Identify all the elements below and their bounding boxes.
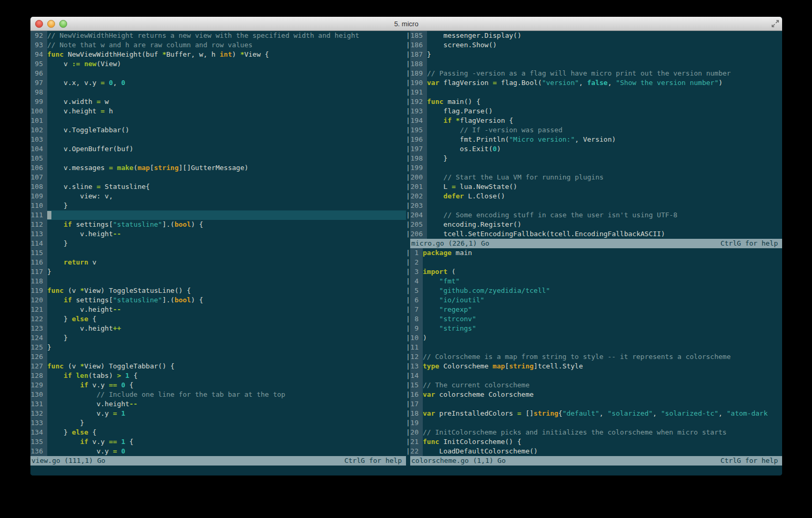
code-line[interactable]: |21func InitColorscheme() { (406, 437, 782, 447)
code-line[interactable]: |22 LoadDefaultColorscheme() (406, 447, 782, 456)
code-line[interactable]: 110 } (30, 201, 406, 210)
line-number: 107 (30, 173, 47, 182)
code-line[interactable]: |192func main() { (406, 97, 782, 107)
code-line[interactable]: 124 } (30, 333, 406, 343)
code-line[interactable]: |4 "fmt" (406, 277, 782, 286)
zoom-button[interactable] (59, 20, 67, 28)
code-line[interactable]: 108 v.sline = Statusline{ (30, 182, 406, 192)
code-line[interactable]: |190var flagVersion = flag.Bool("version… (406, 78, 782, 88)
code-line[interactable]: |13type Colorscheme map[string]tcell.Sty… (406, 362, 782, 371)
code-line[interactable]: 123 v.height++ (30, 324, 406, 333)
code-line[interactable]: |11 (406, 343, 782, 352)
code-line[interactable]: |203 (406, 201, 782, 210)
code-line[interactable]: |6 "io/ioutil" (406, 295, 782, 305)
code-line[interactable]: |3import ( (406, 267, 782, 277)
code-line[interactable]: |205 encoding.Register() (406, 220, 782, 229)
code-line[interactable]: 115 (30, 248, 406, 258)
code-line[interactable]: |188 (406, 59, 782, 69)
code-line[interactable]: |14 (406, 371, 782, 380)
code-line[interactable]: 100 v.height = h (30, 107, 406, 116)
code-line[interactable]: |7 "regexp" (406, 305, 782, 314)
code-line[interactable]: |16var colorscheme Colorscheme (406, 390, 782, 399)
code-line[interactable]: |201 L = lua.NewState() (406, 182, 782, 192)
code-line[interactable]: |1package main (406, 248, 782, 258)
code-line[interactable]: 135 if v.y == 1 { (30, 437, 406, 447)
code-line[interactable]: |8 "strconv" (406, 314, 782, 324)
code-line[interactable]: 128 if len(tabs) > 1 { (30, 371, 406, 380)
code-line[interactable]: |198 } (406, 154, 782, 163)
code-line[interactable]: 129 if v.y == 0 { (30, 380, 406, 390)
code-line[interactable]: 92// NewViewWidthHeight returns a new vi… (30, 31, 406, 40)
code-line[interactable]: |199 (406, 163, 782, 173)
code-line[interactable]: 93// Note that w and h are raw column an… (30, 40, 406, 50)
code-line[interactable]: |185 messenger.Display() (406, 31, 782, 40)
pane-micro-go[interactable]: |185 messenger.Display()|186 screen.Show… (406, 31, 782, 239)
code-line[interactable]: |20// InitColorscheme picks and initiali… (406, 428, 782, 437)
code-line[interactable]: |9 "strings" (406, 324, 782, 333)
code-line[interactable]: 127func (v *View) ToggleTabbar() { (30, 362, 406, 371)
code-line[interactable]: 103 (30, 135, 406, 144)
code-line[interactable]: 125} (30, 343, 406, 352)
resize-icon[interactable] (771, 19, 779, 28)
code-line[interactable]: |18var preInstalledColors = []string{"de… (406, 409, 782, 418)
code-line[interactable]: 134 } else { (30, 428, 406, 437)
code-line[interactable]: 97 v.x, v.y = 0, 0 (30, 78, 406, 88)
code-line[interactable]: |197 os.Exit(0) (406, 144, 782, 154)
close-button[interactable] (35, 20, 43, 28)
code-line[interactable]: 119func (v *View) ToggleStatusLine() { (30, 286, 406, 295)
minimize-button[interactable] (47, 20, 55, 28)
code-line[interactable]: |202 defer L.Close() (406, 192, 782, 201)
code-line[interactable]: |186 screen.Show() (406, 40, 782, 50)
code-line[interactable]: 94func NewViewWidthHeight(buf *Buffer, w… (30, 50, 406, 59)
code-line[interactable]: |19 (406, 418, 782, 428)
code-line[interactable]: 104 v.OpenBuffer(buf) (30, 144, 406, 154)
code-line[interactable]: |15// The current colorscheme (406, 380, 782, 390)
code-line[interactable]: |187} (406, 50, 782, 59)
code-line[interactable]: 105 (30, 154, 406, 163)
code-line[interactable]: |200 // Start the Lua VM for running plu… (406, 173, 782, 182)
code-line[interactable]: 109 view: v, (30, 192, 406, 201)
line-number: 2 (410, 258, 423, 267)
code-line[interactable]: 133 } (30, 418, 406, 428)
code-line[interactable]: |12// Colorscheme is a map from string t… (406, 352, 782, 362)
code-line[interactable]: |2 (406, 258, 782, 267)
code-line[interactable]: 121 v.height-- (30, 305, 406, 314)
code-line[interactable]: 101 (30, 116, 406, 125)
code-line[interactable]: 116 return v (30, 258, 406, 267)
code-line[interactable]: |5 "github.com/zyedidia/tcell" (406, 286, 782, 295)
code-line[interactable]: 106 v.messages = make(map[string][]Gutte… (30, 163, 406, 173)
code-line[interactable]: |189// Passing -version as a flag will h… (406, 69, 782, 78)
command-message-bar[interactable] (30, 466, 782, 475)
pane-view-go[interactable]: 92// NewViewWidthHeight returns a new vi… (30, 31, 406, 456)
code-line[interactable]: 98 (30, 88, 406, 97)
code-line[interactable]: 111 (30, 210, 406, 220)
code-line[interactable]: 95 v := new(View) (30, 59, 406, 69)
code-line[interactable]: 102 v.ToggleTabbar() (30, 125, 406, 135)
code-line[interactable]: 136 v.y = 0 (30, 447, 406, 456)
code-line[interactable]: |206 tcell.SetEncodingFallback(tcell.Enc… (406, 229, 782, 239)
code-line[interactable]: 130 // Include one line for the tab bar … (30, 390, 406, 399)
code-line[interactable]: 114 } (30, 239, 406, 248)
code-line[interactable]: 113 v.height-- (30, 229, 406, 239)
code-line[interactable]: 117} (30, 267, 406, 277)
code-line[interactable]: |17 (406, 399, 782, 409)
code-line[interactable]: 132 v.y = 1 (30, 409, 406, 418)
code-line[interactable]: |195 // If -version was passed (406, 125, 782, 135)
pane-colorscheme-go[interactable]: |1package main|2|3import (|4 "fmt"|5 "gi… (406, 248, 782, 456)
code-line[interactable]: 107 (30, 173, 406, 182)
code-line[interactable]: 99 v.width = w (30, 97, 406, 107)
window-titlebar[interactable]: 5. micro (30, 17, 782, 31)
code-line[interactable]: |10) (406, 333, 782, 343)
code-line[interactable]: 120 if settings["statusline"].(bool) { (30, 295, 406, 305)
code-line[interactable]: 118 (30, 277, 406, 286)
code-line[interactable]: |191 (406, 88, 782, 97)
code-line[interactable]: 112 if settings["statusline"].(bool) { (30, 220, 406, 229)
code-line[interactable]: 131 v.height-- (30, 399, 406, 409)
code-line[interactable]: 96 (30, 69, 406, 78)
code-line[interactable]: |194 if *flagVersion { (406, 116, 782, 125)
code-line[interactable]: |204 // Some encoding stuff in case the … (406, 210, 782, 220)
code-line[interactable]: |196 fmt.Println("Micro version:", Versi… (406, 135, 782, 144)
code-line[interactable]: |193 flag.Parse() (406, 107, 782, 116)
code-line[interactable]: 126 (30, 352, 406, 362)
code-line[interactable]: 122 } else { (30, 314, 406, 324)
